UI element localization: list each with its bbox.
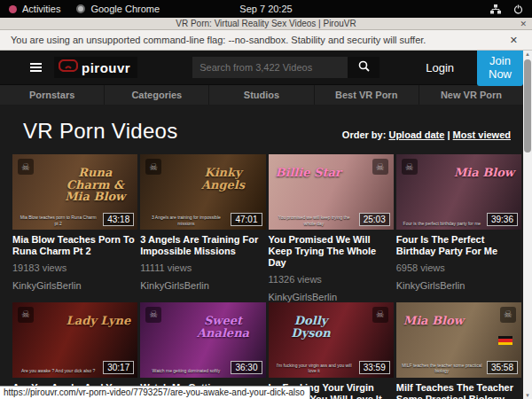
video-thumbnail[interactable]: ☠ Lady Lyne Are you awake ? And your dic… <box>12 302 137 378</box>
nav-item-categories[interactable]: Categories <box>105 85 209 105</box>
search-button[interactable] <box>348 57 379 78</box>
thumbnail-caption: Mia Blow teaches porn to Runa Charm pt 2 <box>18 215 98 226</box>
video-title[interactable]: Mia Blow Teaches Porn To Runa Charm Pt 2 <box>12 234 137 257</box>
video-studio-link[interactable]: KinkyGirlsBerlin <box>140 280 265 291</box>
nav-item-best-vr-porn[interactable]: Best VR Porn <box>315 85 419 105</box>
video-thumbnail[interactable]: ☠ Runa Charm & Mia Blow Mia Blow teaches… <box>12 154 137 230</box>
thumbnail-caption: Are you awake ? And your dick also ? <box>18 368 98 374</box>
tab-title[interactable]: VR Porn: Virtual Reality Sex Videos | Pi… <box>0 19 532 28</box>
order-link-most-viewed[interactable]: Most viewed <box>453 129 511 140</box>
studio-watermark-icon: ☠ <box>500 307 516 323</box>
login-link[interactable]: Login <box>426 61 454 74</box>
heading-row: VR Porn Videos Order by: Upload date | M… <box>0 105 523 144</box>
page-title: VR Porn Videos <box>23 119 178 144</box>
video-title[interactable]: Four Is The Perfect Birthday Party For M… <box>396 234 521 257</box>
studio-watermark-icon: ☠ <box>372 159 388 175</box>
video-thumbnail[interactable]: ☠ Mia Blow MILF teaches the teacher some… <box>396 302 521 378</box>
join-now-button[interactable]: Join Now <box>477 51 523 86</box>
thumbnail-caption: I'm fucking your virgin ass and you will… <box>274 363 355 374</box>
order-by-label: Order by: <box>342 129 387 140</box>
video-card[interactable]: ☠ Kinky Angels 3 Angels are training for… <box>140 154 265 302</box>
duration-badge: 25:03 <box>359 213 390 226</box>
duration-badge: 33:59 <box>359 361 390 374</box>
thumbnail-model-name: Billie Star <box>276 167 341 179</box>
main-nav: PornstarsCategoriesStudiosBest VR PornNe… <box>0 84 523 105</box>
chrome-warning-infobar: You are using an unsupported command-lin… <box>0 30 532 51</box>
thumbnail-caption: Watch me getting dominated softly <box>145 368 226 374</box>
menu-hamburger-icon[interactable] <box>27 59 45 75</box>
logo-text: pirouvr <box>82 60 130 75</box>
duration-badge: 47:01 <box>231 213 262 226</box>
studio-watermark-icon: ☠ <box>18 307 34 323</box>
thumbnail-model-name: Runa Charm & Mia Blow <box>59 167 130 203</box>
video-studio-link[interactable]: KinkyGirlsBerlin <box>269 292 394 302</box>
video-studio-link[interactable]: KinkyGirlsBerlin <box>12 280 137 291</box>
video-thumbnail[interactable]: ☠ Sweet Analena Watch me getting dominat… <box>140 302 265 378</box>
video-title[interactable]: 3 Angels Are Training For Impossible Mis… <box>140 234 265 257</box>
video-title[interactable]: You Promised We Will Keep Trying The Who… <box>269 234 394 269</box>
clock[interactable]: Sep 7 20:25 <box>0 4 532 14</box>
power-icon[interactable] <box>513 4 523 14</box>
thumbnail-model-name: Sweet Analena <box>188 315 259 339</box>
studio-watermark-icon: ☠ <box>145 307 161 323</box>
vr-headset-icon <box>59 59 78 75</box>
nav-item-studios[interactable]: Studios <box>209 85 314 105</box>
nav-item-pornstars[interactable]: Pornstars <box>0 85 105 105</box>
thumbnail-caption: 3 Angels are training for impossible mis… <box>145 215 226 226</box>
video-studio-link[interactable]: KinkyGirlsBerlin <box>396 280 521 291</box>
duration-badge: 39:36 <box>487 213 518 226</box>
studio-watermark-icon: ☠ <box>372 307 388 323</box>
search-bar <box>192 57 379 78</box>
thumbnail-caption: MILF teaches the teacher some practical … <box>402 363 482 374</box>
video-card[interactable]: ☠ Dolly Dyson I'm fucking your virgin as… <box>269 302 394 399</box>
duration-badge: 35:58 <box>487 361 518 374</box>
thumbnail-caption: Four is the perfect birthday party for m… <box>402 221 482 227</box>
search-icon <box>358 60 370 74</box>
scroll-down-icon[interactable]: ▼ <box>525 392 530 399</box>
video-thumbnail[interactable]: ☠ Billie Star You promised we will keep … <box>269 154 394 230</box>
thumbnail-model-name: Mia Blow <box>403 315 464 327</box>
warning-text: You are using an unsupported command-lin… <box>11 35 426 45</box>
warning-close-icon[interactable]: ✕ <box>510 35 521 46</box>
thumbnail-model-name: Kinky Angels <box>188 167 259 191</box>
duration-badge: 43:18 <box>103 213 134 226</box>
thumbnail-model-name: Mia Blow <box>454 167 514 179</box>
nav-item-new-vr-porn[interactable]: New VR Porn <box>419 85 523 105</box>
german-flag-icon <box>498 336 512 345</box>
video-title[interactable]: Milf Teaches The Teacher Some Practical … <box>396 382 521 399</box>
video-views: 6958 views <box>396 262 521 273</box>
site-logo[interactable]: pirouvr <box>54 57 137 78</box>
thumbnail-caption: You promised we will keep trying the who… <box>274 215 355 226</box>
status-url: https://pirouvr.com/vr-porn-video/779325… <box>0 386 310 399</box>
page-content: pirouvr Login Join Now PornstarsCategori… <box>0 51 532 399</box>
video-card[interactable]: ☠ Runa Charm & Mia Blow Mia Blow teaches… <box>12 154 137 302</box>
video-card[interactable]: ☠ Sweet Analena Watch me getting dominat… <box>140 302 265 399</box>
scroll-up-icon[interactable]: ▲ <box>525 51 530 58</box>
video-card[interactable]: ☠ Billie Star You promised we will keep … <box>269 154 394 302</box>
order-by: Order by: Upload date | Most viewed <box>342 129 511 144</box>
screen: Activities Google Chrome Sep 7 20:25 <box>0 0 532 399</box>
video-views: 19183 views <box>12 262 137 273</box>
tab-close-icon[interactable]: ✕ <box>520 20 527 28</box>
video-thumbnail[interactable]: ☠ Mia Blow Four is the perfect birthday … <box>396 154 521 230</box>
studio-watermark-icon: ☠ <box>145 159 161 175</box>
system-top-bar: Activities Google Chrome Sep 7 20:25 <box>0 0 532 18</box>
order-link-upload-date[interactable]: Upload date <box>388 129 444 140</box>
studio-watermark-icon: ☠ <box>18 159 34 175</box>
thumbnail-model-name: Lady Lyne <box>66 315 131 327</box>
thumbnail-model-name: Dolly Dyson <box>276 315 347 339</box>
video-card[interactable]: ☠ Lady Lyne Are you awake ? And your dic… <box>12 302 137 399</box>
scrollbar-thumb[interactable] <box>524 59 531 153</box>
network-icon[interactable] <box>490 4 501 14</box>
video-card[interactable]: ☠ Mia Blow Four is the perfect birthday … <box>396 154 521 302</box>
search-input[interactable] <box>192 57 348 78</box>
scrollbar[interactable]: ▲ ▼ <box>523 51 532 399</box>
video-thumbnail[interactable]: ☠ Dolly Dyson I'm fucking your virgin as… <box>269 302 394 378</box>
video-views: 11111 views <box>140 262 265 273</box>
duration-badge: 30:17 <box>103 361 134 374</box>
video-card[interactable]: ☠ Mia Blow MILF teaches the teacher some… <box>396 302 521 399</box>
browser-tab-strip: VR Porn: Virtual Reality Sex Videos | Pi… <box>0 18 532 30</box>
video-views: 11326 views <box>269 274 394 285</box>
duration-badge: 36:30 <box>231 361 262 374</box>
video-thumbnail[interactable]: ☠ Kinky Angels 3 Angels are training for… <box>140 154 265 230</box>
